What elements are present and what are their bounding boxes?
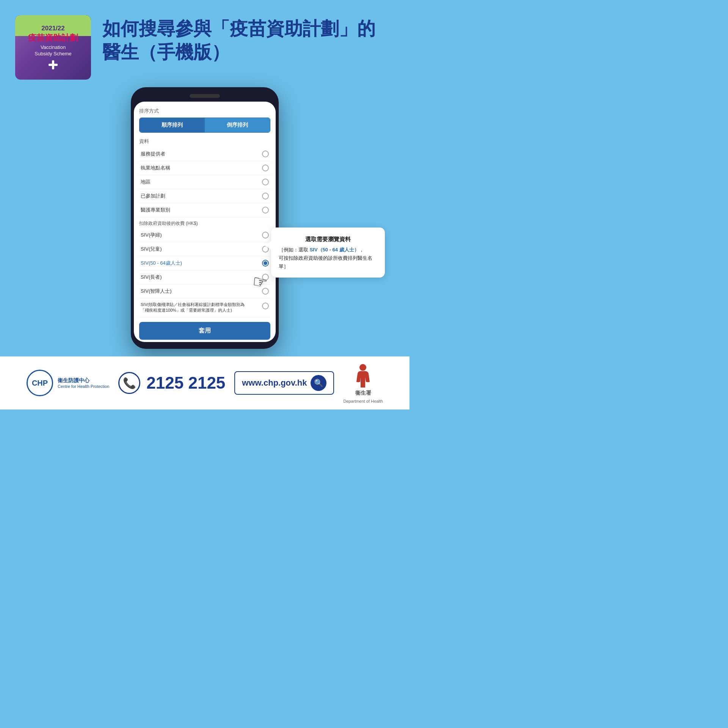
fee-section-label: 扣除政府資助後的收費 (HK$) xyxy=(139,220,270,227)
page-title: 如何搜尋參與「疫苗資助計劃」的醫生（手機版） xyxy=(102,15,391,64)
radio-4[interactable] xyxy=(262,207,269,213)
chp-logo: CHP 衞生防護中心 Centre for Health Protection xyxy=(27,370,109,396)
fee-row-4[interactable]: SIV(智障人士) xyxy=(139,284,270,298)
field-label-1: 執業地點名稱 xyxy=(141,165,170,171)
field-row-0[interactable]: 服務提供者 xyxy=(139,147,270,161)
footer: CHP 衞生防護中心 Centre for Health Protection … xyxy=(0,356,410,410)
fee-row-3[interactable]: SIV(長者) xyxy=(139,270,270,284)
fee-label-5: SIV(領取傷殘津貼／社會福利署綜援計劃標準金額類別為「殘疾程度達100%」或「… xyxy=(141,302,251,314)
fee-row-2[interactable]: SIV(50 - 64歲人士) xyxy=(139,256,270,270)
fee-label-1: SIV(兒童) xyxy=(141,246,162,253)
fee-label-3: SIV(長者) xyxy=(141,274,162,281)
bubble-arrow xyxy=(264,241,272,250)
logo-year: 2021/22 xyxy=(41,25,64,32)
field-row-4[interactable]: 醫護專業類別 xyxy=(139,203,270,217)
phone-area: 排序方式 順序排列 倒序排列 資料 服務提供者 執業地點名稱 xyxy=(0,87,410,353)
chp-name-en: Centre for Health Protection xyxy=(58,384,109,389)
fee-label-4: SIV(智障人士) xyxy=(141,288,172,295)
footer-phone-area: 📞 2125 2125 xyxy=(118,372,225,394)
doh-logo-icon xyxy=(351,363,375,388)
chp-circle-logo: CHP xyxy=(27,370,53,396)
logo-title-en: Vaccination Subsidy Scheme xyxy=(35,44,72,57)
app-content: 排序方式 順序排列 倒序排列 資料 服務提供者 執業地點名稱 xyxy=(134,102,276,342)
callout-text-1: 選取需要瀏覽資料 xyxy=(279,234,377,244)
callout-text-body: ［例如：選取 SIV（50 - 64 歲人士）， 可按扣除政府資助後的診所收費排… xyxy=(279,246,377,271)
field-label-4: 醫護專業類別 xyxy=(141,207,170,213)
footer-phone-number: 2125 2125 xyxy=(146,373,225,392)
doh-name-en: Department of Health xyxy=(343,399,383,403)
phone-screen: 排序方式 順序排列 倒序排列 資料 服務提供者 執業地點名稱 xyxy=(134,102,276,342)
sort-asc-button[interactable]: 順序排列 xyxy=(140,118,205,132)
phone-mockup: 排序方式 順序排列 倒序排列 資料 服務提供者 執業地點名稱 xyxy=(131,87,279,349)
doh-area: 衞生署 Department of Health xyxy=(343,363,383,403)
field-label-0: 服務提供者 xyxy=(141,151,165,157)
fee-radio-2[interactable] xyxy=(262,260,269,267)
logo-card: 2021/22 疫苗資助計劃 Vaccination Subsidy Schem… xyxy=(15,15,91,80)
fee-label-0: SIV(孕婦) xyxy=(141,232,162,238)
fee-row-5[interactable]: SIV(領取傷殘津貼／社會福利署綜援計劃標準金額類別為「殘疾程度達100%」或「… xyxy=(139,298,270,317)
chp-logo-area: CHP 衞生防護中心 Centre for Health Protection xyxy=(27,370,109,396)
radio-1[interactable] xyxy=(262,165,269,171)
cross-icon xyxy=(48,60,58,70)
fee-row-1[interactable]: SIV(兒童) xyxy=(139,242,270,256)
fee-row-0[interactable]: SIV(孕婦) xyxy=(139,228,270,242)
sort-desc-button[interactable]: 倒序排列 xyxy=(205,118,270,132)
svg-rect-1 xyxy=(49,64,58,66)
fee-radio-5[interactable] xyxy=(262,303,269,309)
data-section-label: 資料 xyxy=(139,138,270,145)
top-section: 2021/22 疫苗資助計劃 Vaccination Subsidy Schem… xyxy=(0,0,410,87)
main-container: 2021/22 疫苗資助計劃 Vaccination Subsidy Schem… xyxy=(0,0,410,410)
phone-icon-circle: 📞 xyxy=(118,372,140,394)
radio-2[interactable] xyxy=(262,179,269,185)
fee-label-2: SIV(50 - 64歲人士) xyxy=(141,260,182,267)
logo-title-cn: 疫苗資助計劃 xyxy=(28,33,78,43)
search-icon: 🔍 xyxy=(311,375,326,391)
field-row-1[interactable]: 執業地點名稱 xyxy=(139,161,270,175)
chp-name-cn: 衞生防護中心 xyxy=(58,377,109,384)
doh-name-cn: 衞生署 xyxy=(355,390,371,397)
radio-3[interactable] xyxy=(262,193,269,199)
callout-bubble: 選取需要瀏覽資料 ［例如：選取 SIV（50 - 64 歲人士）， 可按扣除政府… xyxy=(271,228,385,278)
sort-buttons: 順序排列 倒序排列 xyxy=(139,118,270,133)
footer-website-area: www.chp.gov.hk 🔍 xyxy=(234,371,334,395)
chp-names: 衞生防護中心 Centre for Health Protection xyxy=(58,377,109,389)
footer-website-text: www.chp.gov.hk xyxy=(242,378,307,388)
field-label-2: 地區 xyxy=(141,179,151,185)
fee-radio-0[interactable] xyxy=(262,232,269,238)
field-row-3[interactable]: 已參加計劃 xyxy=(139,189,270,203)
field-row-2[interactable]: 地區 xyxy=(139,175,270,189)
svg-point-2 xyxy=(359,364,366,371)
radio-0[interactable] xyxy=(262,151,269,157)
sort-label: 排序方式 xyxy=(139,108,270,115)
phone-notch xyxy=(190,94,220,98)
callout-highlight: SIV（50 - 64 歲人士） xyxy=(310,247,359,253)
apply-button[interactable]: 套用 xyxy=(139,322,270,340)
field-label-3: 已參加計劃 xyxy=(141,193,165,199)
